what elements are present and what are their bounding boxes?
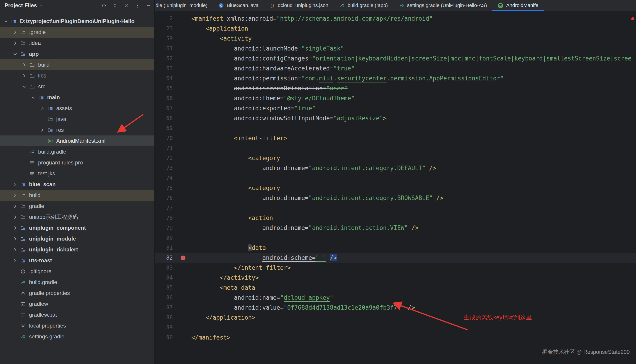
tree-item-build[interactable]: build (0, 59, 154, 70)
line-number[interactable]: 78 (155, 213, 175, 223)
tree-item-uniplugin-richalert[interactable]: uniplugin_richalert (0, 244, 154, 255)
line-number[interactable]: 75 (155, 183, 175, 193)
code-line-77[interactable]: 77 (155, 203, 636, 213)
tree-item-libs[interactable]: libs (0, 70, 154, 81)
code-line-71[interactable]: 71 (155, 143, 636, 153)
line-number[interactable]: 82 (155, 253, 175, 263)
tab-androidmanife[interactable]: MAndroidManife (492, 0, 544, 11)
line-number[interactable]: 23 (155, 24, 175, 34)
code-line-75[interactable]: 75 <category (155, 183, 636, 193)
code-line-62[interactable]: 62 android:configChanges="orientation|ke… (155, 54, 636, 64)
chevron-down-icon[interactable] (20, 84, 28, 90)
code-line-88[interactable]: 88 </application> (155, 312, 636, 322)
chevron-right-icon[interactable] (11, 247, 19, 252)
code-line-72[interactable]: 72 <category (155, 153, 636, 163)
tree-item-assets[interactable]: assets (0, 103, 154, 114)
tree-item-gradle[interactable]: gradle (0, 201, 154, 212)
tab-settings-gradle-uniplugin-hello-as[interactable]: settings.gradle (UniPlugin-Hello-AS) (393, 0, 492, 11)
line-number[interactable]: 85 (155, 283, 175, 293)
code-line-69[interactable]: 69 (155, 123, 636, 133)
tree-item-uniplugin-component[interactable]: uniplugin_component (0, 222, 154, 233)
line-number[interactable]: 61 (155, 44, 175, 54)
more-options-icon[interactable] (134, 3, 140, 8)
line-number[interactable]: 80 (155, 233, 175, 243)
line-number[interactable]: 76 (155, 193, 175, 203)
tree-item-gradle-properties[interactable]: gradle.properties (0, 288, 154, 298)
line-number[interactable]: 71 (155, 143, 175, 153)
line-number[interactable]: 83 (155, 263, 175, 273)
tab-dle-uniplugin-module[interactable]: dle (:uniplugin_module) (155, 0, 213, 11)
chevron-right-icon[interactable] (11, 40, 19, 46)
code-line-74[interactable]: 74 (155, 173, 636, 183)
tree-item-proguard-rules-pro[interactable]: proguard-rules.pro (0, 157, 154, 168)
tree-item-local-properties[interactable]: local.properties (0, 320, 154, 331)
chevron-right-icon[interactable] (38, 106, 46, 111)
line-number[interactable]: 87 (155, 302, 175, 312)
line-number[interactable]: 63 (155, 64, 175, 74)
line-number[interactable]: 84 (155, 273, 175, 283)
tab-dcloud-uniplugins-json[interactable]: {}dcloud_uniplugins.json (264, 0, 334, 11)
code-line-81[interactable]: 81 <data (155, 243, 636, 253)
code-line-23[interactable]: 23 <application (155, 24, 636, 34)
line-number[interactable]: 88 (155, 312, 175, 322)
chevron-right-icon[interactable] (11, 30, 19, 35)
chevron-right-icon[interactable] (11, 214, 19, 220)
tree-item-java[interactable]: java (0, 114, 154, 124)
chevron-right-icon[interactable] (20, 62, 28, 68)
error-icon[interactable]: ! (175, 255, 191, 261)
tree-item-uniplugin-module[interactable]: uniplugin_module (0, 233, 154, 244)
line-number[interactable]: 86 (155, 293, 175, 302)
tree-item-src[interactable]: src (0, 81, 154, 92)
chevron-right-icon[interactable] (11, 182, 19, 187)
chevron-down-icon[interactable] (29, 95, 37, 100)
tree-item-uts-toast[interactable]: uts-toast (0, 255, 154, 266)
line-number[interactable]: 74 (155, 173, 175, 183)
tree-item-app[interactable]: app (0, 48, 154, 59)
tree-item-uniapp示例工程源码[interactable]: uniapp示例工程源码 (0, 212, 154, 222)
line-number[interactable]: 62 (155, 54, 175, 64)
chevron-down-icon[interactable] (2, 18, 10, 24)
code-line-90[interactable]: 90</manifest> (155, 332, 636, 342)
line-number[interactable]: 69 (155, 123, 175, 133)
code-line-73[interactable]: 73 android:name="android.intent.category… (155, 163, 636, 173)
code-line-65[interactable]: 65 android:screenOrientation="user" (155, 83, 636, 93)
tree-item-gitignore[interactable]: .gitignore (0, 266, 154, 277)
code-line-70[interactable]: 70 <intent-filter> (155, 133, 636, 143)
line-number[interactable]: 68 (155, 113, 175, 123)
chevron-right-icon[interactable] (11, 204, 19, 209)
line-number[interactable]: 73 (155, 163, 175, 173)
code-line-63[interactable]: 63 android:hardwareAccelerated="true" (155, 64, 636, 74)
tree-item-gradlew[interactable]: gradlew (0, 298, 154, 310)
line-number[interactable]: 81 (155, 243, 175, 253)
chevron-right-icon[interactable] (11, 236, 19, 242)
tree-item-blue-scan[interactable]: blue_scan (0, 179, 154, 190)
code-line-2[interactable]: 2<manifest xmlns:android="http://schemas… (155, 14, 636, 24)
line-number[interactable]: 89 (155, 322, 175, 332)
inspections-indicator[interactable] (631, 17, 634, 20)
code-line-87[interactable]: 87 android:value="0f7688d4d7138ad13c1e20… (155, 302, 636, 312)
chevron-down-icon[interactable] (11, 51, 19, 57)
tree-item-build-gradle[interactable]: build.gradle (0, 277, 154, 288)
project-view-selector[interactable]: Project Files (5, 2, 43, 8)
code-line-64[interactable]: 64 android:permission="com.miui.security… (155, 74, 636, 83)
hide-panel-icon[interactable] (146, 3, 151, 8)
tree-item-build[interactable]: build (0, 190, 154, 201)
code-line-61[interactable]: 61 android:launchMode="singleTask" (155, 44, 636, 54)
tab-bluescan-java[interactable]: CBlueScan.java (213, 0, 264, 11)
chevron-right-icon[interactable] (38, 127, 46, 133)
code-editor[interactable]: 2<manifest xmlns:android="http://schemas… (155, 11, 636, 364)
line-number[interactable]: 2 (155, 14, 175, 24)
chevron-right-icon[interactable] (20, 73, 28, 78)
line-number[interactable]: 77 (155, 203, 175, 213)
code-line-80[interactable]: 80 (155, 233, 636, 243)
code-line-79[interactable]: 79 android:name="android.intent.action.V… (155, 223, 636, 233)
code-line-84[interactable]: 84 </activity> (155, 273, 636, 283)
code-line-59[interactable]: 59 <activity (155, 34, 636, 44)
tree-item-gradle[interactable]: .gradle (0, 27, 154, 38)
line-number[interactable]: 67 (155, 103, 175, 113)
line-number[interactable]: 70 (155, 133, 175, 143)
tree-item-build-gradle[interactable]: build.gradle (0, 146, 154, 157)
code-line-89[interactable]: 89 (155, 322, 636, 332)
tree-item-gradlew-bat[interactable]: gradlew.bat (0, 310, 154, 320)
tab-build-gradle-app[interactable]: build.gradle (:app) (334, 0, 393, 11)
